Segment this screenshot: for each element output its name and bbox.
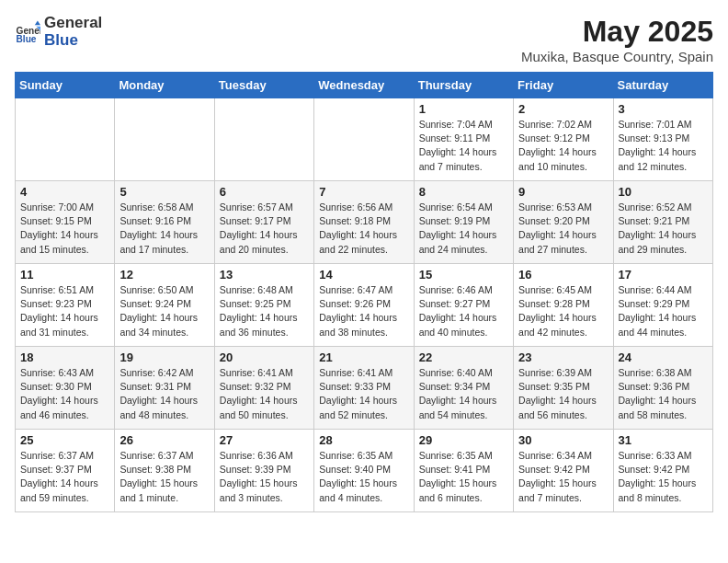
cell-info: Sunrise: 7:02 AM Sunset: 9:12 PM Dayligh… xyxy=(518,118,608,174)
calendar-cell: 11Sunrise: 6:51 AM Sunset: 9:23 PM Dayli… xyxy=(16,264,115,347)
day-number: 10 xyxy=(619,185,708,199)
day-number: 25 xyxy=(20,433,109,447)
calendar-cell: 15Sunrise: 6:46 AM Sunset: 9:27 PM Dayli… xyxy=(414,264,513,347)
cell-info: Sunrise: 6:57 AM Sunset: 9:17 PM Dayligh… xyxy=(220,201,309,257)
calendar-cell: 14Sunrise: 6:47 AM Sunset: 9:26 PM Dayli… xyxy=(314,264,414,347)
calendar-cell: 1Sunrise: 7:04 AM Sunset: 9:11 PM Daylig… xyxy=(414,98,513,181)
cell-info: Sunrise: 7:01 AM Sunset: 9:13 PM Dayligh… xyxy=(619,118,708,174)
day-number: 27 xyxy=(220,433,309,447)
cell-info: Sunrise: 6:58 AM Sunset: 9:16 PM Dayligh… xyxy=(119,201,209,257)
calendar-cell: 21Sunrise: 6:41 AM Sunset: 9:33 PM Dayli… xyxy=(314,347,414,430)
calendar-cell: 23Sunrise: 6:39 AM Sunset: 9:35 PM Dayli… xyxy=(514,347,613,430)
cell-info: Sunrise: 6:42 AM Sunset: 9:31 PM Dayligh… xyxy=(119,366,209,422)
calendar-cell: 20Sunrise: 6:41 AM Sunset: 9:32 PM Dayli… xyxy=(214,347,313,430)
title-location: Muxika, Basque Country, Spain xyxy=(521,49,713,64)
page-header: General Blue General Blue May 2025 Muxik… xyxy=(15,15,713,64)
logo-general: General xyxy=(44,15,102,32)
day-number: 7 xyxy=(319,185,408,199)
calendar-cell: 29Sunrise: 6:35 AM Sunset: 9:41 PM Dayli… xyxy=(414,430,513,512)
day-number: 16 xyxy=(518,268,608,282)
calendar-cell: 3Sunrise: 7:01 AM Sunset: 9:13 PM Daylig… xyxy=(613,98,712,181)
logo: General Blue General Blue xyxy=(15,15,102,49)
calendar-cell: 5Sunrise: 6:58 AM Sunset: 9:16 PM Daylig… xyxy=(115,181,214,264)
weekday-header-thursday: Thursday xyxy=(414,73,513,98)
calendar-cell xyxy=(16,98,115,181)
day-number: 5 xyxy=(119,185,209,199)
svg-marker-2 xyxy=(35,20,40,25)
weekday-header-tuesday: Tuesday xyxy=(214,73,313,98)
calendar-cell xyxy=(214,98,313,181)
day-number: 20 xyxy=(220,350,309,364)
calendar-cell: 26Sunrise: 6:37 AM Sunset: 9:38 PM Dayli… xyxy=(115,430,214,512)
calendar-cell: 12Sunrise: 6:50 AM Sunset: 9:24 PM Dayli… xyxy=(115,264,214,347)
day-number: 28 xyxy=(319,433,408,447)
day-number: 11 xyxy=(20,268,109,282)
day-number: 4 xyxy=(20,185,109,199)
cell-info: Sunrise: 7:04 AM Sunset: 9:11 PM Dayligh… xyxy=(419,118,508,174)
day-number: 3 xyxy=(619,102,708,116)
calendar-cell: 25Sunrise: 6:37 AM Sunset: 9:37 PM Dayli… xyxy=(16,430,115,512)
cell-info: Sunrise: 6:41 AM Sunset: 9:33 PM Dayligh… xyxy=(319,366,408,422)
cell-info: Sunrise: 6:39 AM Sunset: 9:35 PM Dayligh… xyxy=(518,366,608,422)
cell-info: Sunrise: 6:47 AM Sunset: 9:26 PM Dayligh… xyxy=(319,283,408,339)
svg-text:Blue: Blue xyxy=(17,34,37,44)
cell-info: Sunrise: 6:38 AM Sunset: 9:36 PM Dayligh… xyxy=(619,366,708,422)
calendar-cell: 6Sunrise: 6:57 AM Sunset: 9:17 PM Daylig… xyxy=(214,181,313,264)
calendar-week-3: 11Sunrise: 6:51 AM Sunset: 9:23 PM Dayli… xyxy=(16,264,713,347)
day-number: 2 xyxy=(518,102,608,116)
calendar-cell: 16Sunrise: 6:45 AM Sunset: 9:28 PM Dayli… xyxy=(514,264,613,347)
day-number: 30 xyxy=(518,433,608,447)
cell-info: Sunrise: 6:37 AM Sunset: 9:38 PM Dayligh… xyxy=(119,449,209,505)
cell-info: Sunrise: 6:52 AM Sunset: 9:21 PM Dayligh… xyxy=(619,201,708,257)
day-number: 23 xyxy=(518,350,608,364)
day-number: 21 xyxy=(319,350,408,364)
day-number: 26 xyxy=(119,433,209,447)
cell-info: Sunrise: 7:00 AM Sunset: 9:15 PM Dayligh… xyxy=(20,201,109,257)
cell-info: Sunrise: 6:34 AM Sunset: 9:42 PM Dayligh… xyxy=(518,449,608,505)
cell-info: Sunrise: 6:37 AM Sunset: 9:37 PM Dayligh… xyxy=(20,449,109,505)
day-number: 12 xyxy=(119,268,209,282)
weekday-header-friday: Friday xyxy=(514,73,613,98)
calendar-week-4: 18Sunrise: 6:43 AM Sunset: 9:30 PM Dayli… xyxy=(16,347,713,430)
cell-info: Sunrise: 6:56 AM Sunset: 9:18 PM Dayligh… xyxy=(319,201,408,257)
cell-info: Sunrise: 6:40 AM Sunset: 9:34 PM Dayligh… xyxy=(419,366,508,422)
weekday-header-row: SundayMondayTuesdayWednesdayThursdayFrid… xyxy=(16,73,713,98)
weekday-header-wednesday: Wednesday xyxy=(314,73,414,98)
calendar-cell: 2Sunrise: 7:02 AM Sunset: 9:12 PM Daylig… xyxy=(514,98,613,181)
cell-info: Sunrise: 6:41 AM Sunset: 9:32 PM Dayligh… xyxy=(220,366,309,422)
day-number: 1 xyxy=(419,102,508,116)
day-number: 17 xyxy=(619,268,708,282)
day-number: 14 xyxy=(319,268,408,282)
day-number: 19 xyxy=(119,350,209,364)
calendar-cell xyxy=(314,98,414,181)
day-number: 15 xyxy=(419,268,508,282)
day-number: 8 xyxy=(419,185,508,199)
title-block: May 2025 Muxika, Basque Country, Spain xyxy=(521,15,713,64)
cell-info: Sunrise: 6:50 AM Sunset: 9:24 PM Dayligh… xyxy=(119,283,209,339)
calendar-week-2: 4Sunrise: 7:00 AM Sunset: 9:15 PM Daylig… xyxy=(16,181,713,264)
day-number: 9 xyxy=(518,185,608,199)
calendar-cell: 30Sunrise: 6:34 AM Sunset: 9:42 PM Dayli… xyxy=(514,430,613,512)
cell-info: Sunrise: 6:44 AM Sunset: 9:29 PM Dayligh… xyxy=(619,283,708,339)
calendar-cell: 31Sunrise: 6:33 AM Sunset: 9:42 PM Dayli… xyxy=(613,430,712,512)
calendar-cell xyxy=(115,98,214,181)
calendar-cell: 17Sunrise: 6:44 AM Sunset: 9:29 PM Dayli… xyxy=(613,264,712,347)
calendar-cell: 13Sunrise: 6:48 AM Sunset: 9:25 PM Dayli… xyxy=(214,264,313,347)
logo-icon: General Blue xyxy=(15,19,40,45)
day-number: 31 xyxy=(619,433,708,447)
calendar-table: SundayMondayTuesdayWednesdayThursdayFrid… xyxy=(15,72,713,512)
cell-info: Sunrise: 6:48 AM Sunset: 9:25 PM Dayligh… xyxy=(220,283,309,339)
cell-info: Sunrise: 6:45 AM Sunset: 9:28 PM Dayligh… xyxy=(518,283,608,339)
calendar-cell: 28Sunrise: 6:35 AM Sunset: 9:40 PM Dayli… xyxy=(314,430,414,512)
cell-info: Sunrise: 6:51 AM Sunset: 9:23 PM Dayligh… xyxy=(20,283,109,339)
day-number: 29 xyxy=(419,433,508,447)
day-number: 13 xyxy=(220,268,309,282)
cell-info: Sunrise: 6:43 AM Sunset: 9:30 PM Dayligh… xyxy=(20,366,109,422)
day-number: 22 xyxy=(419,350,508,364)
cell-info: Sunrise: 6:53 AM Sunset: 9:20 PM Dayligh… xyxy=(518,201,608,257)
cell-info: Sunrise: 6:54 AM Sunset: 9:19 PM Dayligh… xyxy=(419,201,508,257)
cell-info: Sunrise: 6:46 AM Sunset: 9:27 PM Dayligh… xyxy=(419,283,508,339)
calendar-week-5: 25Sunrise: 6:37 AM Sunset: 9:37 PM Dayli… xyxy=(16,430,713,512)
weekday-header-saturday: Saturday xyxy=(613,73,712,98)
weekday-header-monday: Monday xyxy=(115,73,214,98)
